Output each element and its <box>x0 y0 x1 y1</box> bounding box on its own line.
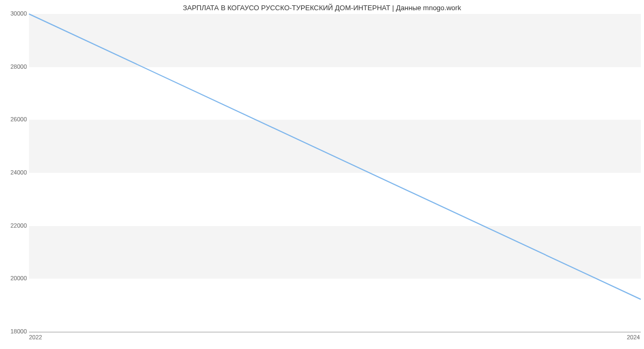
data-series-line <box>29 14 641 300</box>
x-tick-label: 2024 <box>627 334 640 340</box>
y-tick-label: 24000 <box>4 169 27 176</box>
x-tick-label: 2022 <box>29 334 42 340</box>
y-tick-label: 20000 <box>4 275 27 281</box>
line-layer <box>29 14 641 332</box>
y-tick-label: 22000 <box>4 222 27 229</box>
y-tick-label: 26000 <box>4 116 27 122</box>
y-tick-label: 18000 <box>4 328 27 335</box>
chart-container: ЗАРПЛАТА В КОГАУСО РУССКО-ТУРЕКСКИЙ ДОМ-… <box>0 0 644 349</box>
y-tick-label: 28000 <box>4 63 27 70</box>
chart-title: ЗАРПЛАТА В КОГАУСО РУССКО-ТУРЕКСКИЙ ДОМ-… <box>0 4 644 12</box>
plot-area <box>29 14 641 332</box>
y-tick-label: 30000 <box>4 10 27 17</box>
